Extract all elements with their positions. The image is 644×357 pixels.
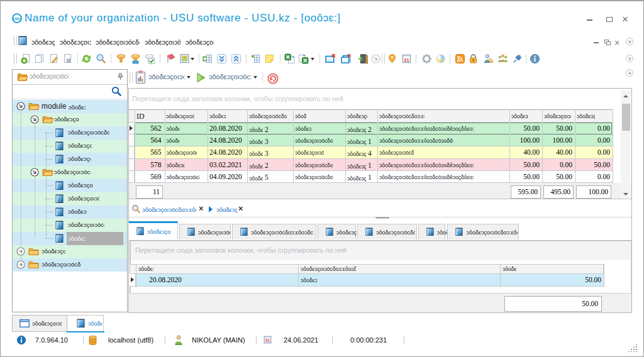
svg-text:USU: USU <box>13 16 21 21</box>
svg-text:31: 31 <box>404 57 409 63</box>
svg-text:31: 31 <box>265 338 270 343</box>
